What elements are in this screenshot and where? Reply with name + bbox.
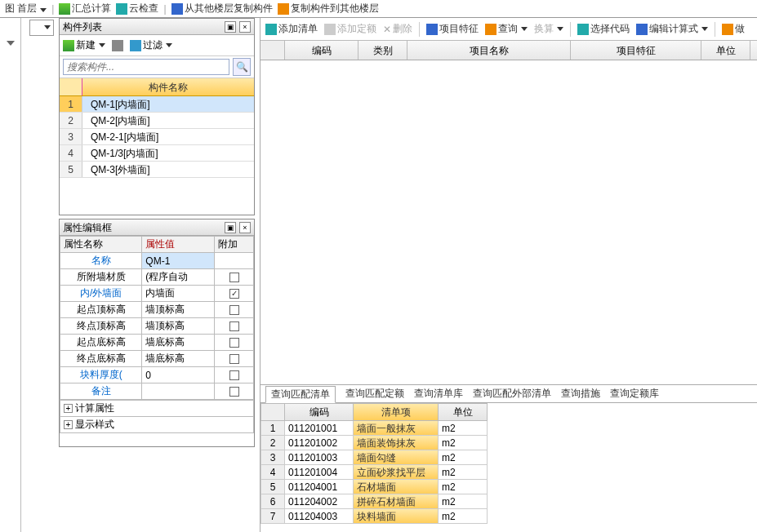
row-index: 5 bbox=[260, 480, 285, 494]
prop-extra bbox=[215, 318, 254, 335]
result-col-code[interactable]: 编码 bbox=[285, 403, 354, 421]
search-go-button[interactable]: 🔍 bbox=[233, 58, 251, 76]
select-code-button[interactable]: 选择代码 bbox=[577, 22, 630, 36]
prop-value[interactable] bbox=[142, 383, 215, 400]
filter-icon bbox=[130, 40, 141, 51]
tab-match-quota[interactable]: 查询匹配定额 bbox=[345, 387, 404, 401]
add-list-button[interactable]: 添加清单 bbox=[265, 22, 318, 36]
component-row[interactable]: 1QM-1[内墙面] bbox=[60, 96, 254, 113]
col-unit[interactable]: 单位 bbox=[701, 41, 750, 60]
result-col-item[interactable]: 清单项 bbox=[354, 403, 439, 421]
prop-value[interactable]: 墙顶标高 bbox=[142, 302, 215, 318]
checkbox[interactable] bbox=[229, 338, 239, 348]
checkbox[interactable] bbox=[229, 289, 239, 299]
top-menu: 图 首层 | 汇总计算 云检查 | 从其他楼层复制构件 复制构件到其他楼层 bbox=[0, 0, 757, 18]
result-item: 石材墙面 bbox=[354, 480, 439, 494]
copy-to-button[interactable]: 复制构件到其他楼层 bbox=[278, 2, 379, 16]
pin-button[interactable]: ▣ bbox=[225, 222, 236, 233]
expand-icon[interactable]: + bbox=[64, 420, 73, 429]
tree-node[interactable]: +显示样式 bbox=[60, 417, 254, 433]
prop-value[interactable]: (程序自动 bbox=[142, 269, 215, 286]
delete-button[interactable]: ✕ 删除 bbox=[383, 22, 412, 36]
prop-value[interactable]: 墙底标高 bbox=[142, 335, 215, 351]
col-code[interactable]: 编码 bbox=[285, 41, 358, 60]
query-button[interactable]: 查询 bbox=[485, 22, 528, 36]
component-name: QM-1[内墙面] bbox=[82, 96, 254, 112]
prop-value[interactable]: 墙顶标高 bbox=[142, 318, 215, 335]
component-search-input[interactable] bbox=[63, 59, 229, 75]
prop-value[interactable]: QM-1 bbox=[142, 253, 215, 269]
unknown-button-1[interactable] bbox=[112, 40, 123, 51]
copy-from-button[interactable]: 从其他楼层复制构件 bbox=[171, 2, 273, 16]
pin-button[interactable]: ▣ bbox=[225, 21, 236, 33]
property-row[interactable]: 名称QM-1 bbox=[60, 253, 254, 269]
filter-button[interactable]: 过滤 bbox=[130, 38, 172, 52]
result-row[interactable]: 3011201003墙面勾缝m2 bbox=[260, 450, 757, 465]
checkbox[interactable] bbox=[229, 273, 239, 282]
prop-name-header: 属性名称 bbox=[60, 237, 142, 253]
prop-value[interactable]: 0 bbox=[142, 367, 215, 383]
col-proj-name[interactable]: 项目名称 bbox=[407, 41, 571, 60]
checkbox[interactable] bbox=[229, 370, 239, 380]
property-row[interactable]: 终点顶标高墙顶标高 bbox=[60, 318, 254, 335]
prop-extra bbox=[215, 383, 254, 400]
checkbox[interactable] bbox=[229, 305, 239, 315]
tab-measures[interactable]: 查询措施 bbox=[561, 387, 600, 401]
tree-node[interactable]: +计算属性 bbox=[60, 401, 254, 417]
floor-dropdown[interactable]: 图 首层 bbox=[5, 2, 47, 16]
right-area: 添加清单 添加定额 ✕ 删除 项目特征 查询 换算 选择代码 编辑计算式 做 编… bbox=[260, 18, 757, 532]
row-index: 6 bbox=[260, 494, 285, 509]
summary-calc-button[interactable]: 汇总计算 bbox=[59, 2, 111, 16]
tab-list-lib[interactable]: 查询清单库 bbox=[414, 387, 463, 401]
component-row[interactable]: 3QM-2-1[内墙面] bbox=[60, 129, 254, 145]
checkbox[interactable] bbox=[229, 321, 239, 331]
do-method-button[interactable]: 做 bbox=[722, 22, 745, 36]
col-type[interactable]: 类别 bbox=[358, 41, 407, 60]
row-index: 3 bbox=[60, 129, 82, 144]
result-row[interactable]: 5011204001石材墙面m2 bbox=[260, 480, 757, 494]
component-grid: 构件名称 1QM-1[内墙面]2QM-2[内墙面]3QM-2-1[内墙面]4QM… bbox=[60, 78, 254, 178]
tab-match-list[interactable]: 查询匹配清单 bbox=[265, 386, 336, 403]
checkbox[interactable] bbox=[229, 354, 239, 364]
result-row[interactable]: 4011201004立面砂浆找平层m2 bbox=[260, 465, 757, 480]
tab-quota-lib[interactable]: 查询定额库 bbox=[610, 387, 659, 401]
result-row[interactable]: 6011204002拼碎石材墙面m2 bbox=[260, 494, 757, 509]
property-row[interactable]: 起点顶标高墙顶标高 bbox=[60, 302, 254, 318]
close-button[interactable]: × bbox=[239, 222, 251, 233]
property-row[interactable]: 起点底标高墙底标高 bbox=[60, 335, 254, 351]
edit-calc-button[interactable]: 编辑计算式 bbox=[636, 22, 708, 36]
left-collapse-strip[interactable] bbox=[0, 18, 21, 532]
cloud-check-icon bbox=[116, 3, 127, 15]
prop-value[interactable]: 墙底标高 bbox=[142, 351, 215, 367]
project-feature-button[interactable]: 项目特征 bbox=[426, 22, 479, 36]
tab-match-external[interactable]: 查询匹配外部清单 bbox=[473, 387, 551, 401]
col-proj-feat[interactable]: 项目特征 bbox=[571, 41, 701, 60]
property-row[interactable]: 所附墙材质(程序自动 bbox=[60, 269, 254, 286]
component-row[interactable]: 2QM-2[内墙面] bbox=[60, 113, 254, 129]
add-quota-button[interactable]: 添加定额 bbox=[324, 22, 376, 36]
code-icon bbox=[577, 24, 589, 35]
new-component-button[interactable]: 新建 bbox=[63, 38, 105, 52]
close-button[interactable]: × bbox=[239, 21, 251, 33]
result-row[interactable]: 2011201002墙面装饰抹灰m2 bbox=[260, 436, 757, 450]
prop-extra bbox=[215, 269, 254, 286]
component-name: QM-2-1[内墙面] bbox=[82, 129, 254, 144]
convert-button[interactable]: 换算 bbox=[534, 22, 563, 36]
result-item: 墙面装饰抹灰 bbox=[354, 436, 439, 450]
prop-value[interactable]: 内墙面 bbox=[142, 286, 215, 302]
result-row[interactable]: 7011204003块料墙面m2 bbox=[260, 509, 757, 524]
component-row[interactable]: 5QM-3[外墙面] bbox=[60, 162, 254, 178]
property-row[interactable]: 终点底标高墙底标高 bbox=[60, 351, 254, 367]
main-grid-empty[interactable] bbox=[260, 60, 757, 385]
component-row[interactable]: 4QM-1/3[内墙面] bbox=[60, 145, 254, 162]
component-name: QM-1/3[内墙面] bbox=[82, 145, 254, 161]
property-row[interactable]: 备注 bbox=[60, 383, 254, 400]
layer-select[interactable] bbox=[29, 20, 54, 36]
result-row[interactable]: 1011201001墙面一般抹灰m2 bbox=[260, 421, 757, 436]
result-col-unit[interactable]: 单位 bbox=[439, 403, 488, 421]
property-row[interactable]: 内/外墙面内墙面 bbox=[60, 286, 254, 302]
expand-icon[interactable]: + bbox=[64, 404, 73, 413]
checkbox[interactable] bbox=[229, 387, 239, 397]
cloud-check-button[interactable]: 云检查 bbox=[116, 2, 158, 16]
property-row[interactable]: 块料厚度(0 bbox=[60, 367, 254, 383]
